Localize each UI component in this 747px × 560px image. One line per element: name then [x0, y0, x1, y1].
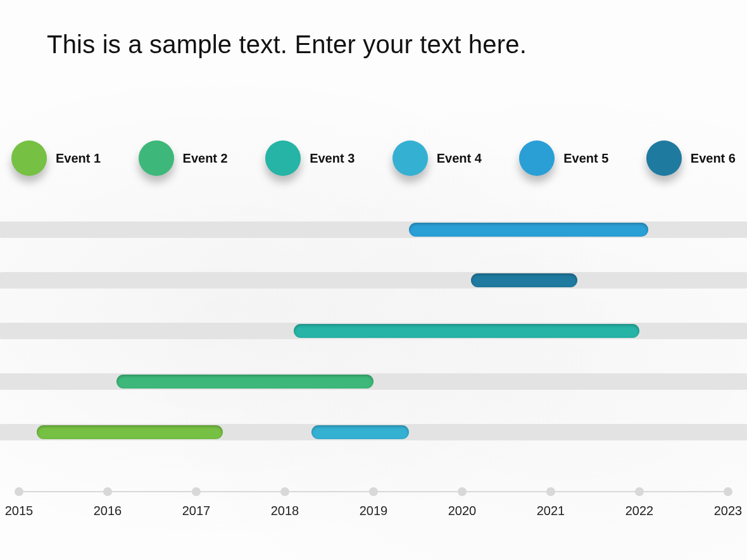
gantt-track [0, 323, 747, 339]
axis-tick-icon [280, 487, 289, 496]
axis-tick-label: 2019 [360, 504, 388, 518]
gantt-track [0, 424, 747, 440]
axis-tick-icon [103, 487, 112, 496]
legend-label: Event 2 [183, 151, 228, 166]
legend-label: Event 3 [310, 151, 355, 166]
legend-item: Event 4 [392, 140, 482, 176]
axis-tick-label: 2022 [625, 504, 654, 518]
legend-dot-icon [392, 140, 428, 176]
axis-tick-icon [15, 487, 23, 496]
axis-tick-icon [546, 487, 555, 496]
axis-tick-label: 2015 [5, 504, 34, 518]
legend-label: Event 6 [691, 151, 736, 166]
axis-tick-icon [369, 487, 378, 496]
axis-tick-icon [724, 487, 732, 496]
axis-tick-label: 2016 [94, 504, 122, 518]
gantt-tracks [0, 221, 747, 440]
legend-item: Event 3 [265, 140, 355, 176]
gantt-track [0, 221, 747, 238]
legend-item: Event 6 [646, 140, 736, 176]
legend-dot-icon [519, 140, 555, 176]
slide: This is a sample text. Enter your text h… [0, 0, 747, 560]
legend-dot-icon [646, 140, 682, 176]
gantt-bar [37, 425, 223, 439]
axis-tick-label: 2021 [537, 504, 565, 518]
legend-label: Event 5 [563, 151, 608, 166]
axis-tick-icon [192, 487, 201, 496]
axis-tick-label: 2023 [714, 504, 743, 518]
legend-item: Event 2 [139, 140, 228, 176]
legend-item: Event 1 [11, 140, 101, 176]
legend-row: Event 1Event 2Event 3Event 4Event 5Event… [11, 140, 736, 176]
slide-title: This is a sample text. Enter your text h… [47, 30, 527, 59]
legend-dot-icon [139, 140, 174, 176]
legend-item: Event 5 [519, 140, 608, 176]
axis-tick-icon [635, 487, 644, 496]
axis-tick-icon [458, 487, 467, 496]
legend-label: Event 4 [437, 151, 482, 166]
legend-label: Event 1 [56, 151, 101, 166]
gantt-bar [409, 223, 648, 237]
gantt-bar [311, 425, 409, 439]
gantt-bar [471, 273, 577, 287]
gantt-bar [116, 375, 374, 389]
legend-dot-icon [265, 140, 301, 176]
gantt-track [0, 373, 747, 390]
gantt-bar [294, 324, 639, 338]
axis-tick-label: 2020 [448, 504, 477, 518]
legend-dot-icon [11, 140, 47, 176]
gantt-track [0, 272, 747, 289]
axis-tick-label: 2017 [182, 504, 211, 518]
axis-tick-label: 2018 [271, 504, 299, 518]
